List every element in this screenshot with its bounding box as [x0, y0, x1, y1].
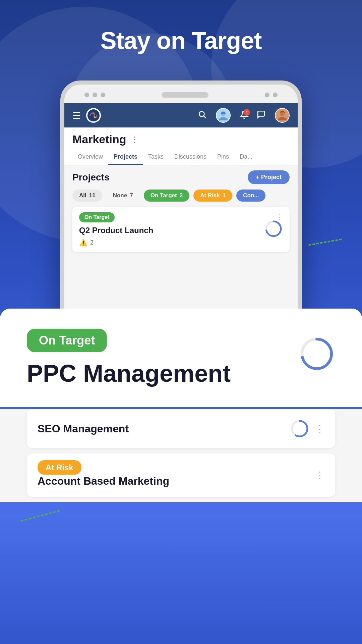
phone-dot-1 — [84, 93, 89, 97]
phone-dot-2 — [93, 93, 97, 97]
page-options-icon[interactable]: ⋮ — [130, 135, 138, 144]
project-1-warning: ⚠️ 2 — [79, 238, 283, 247]
phone-mockup: ☰ — [60, 80, 302, 342]
seo-progress — [290, 419, 310, 439]
projects-section: Projects + Project All 11 None 7 — [64, 165, 298, 261]
tab-projects[interactable]: Projects — [108, 150, 143, 165]
add-project-button[interactable]: + Project — [248, 170, 290, 184]
warning-count: 2 — [90, 239, 94, 246]
svg-line-4 — [204, 116, 205, 118]
seo-menu[interactable]: ⋮ — [315, 423, 324, 434]
page-header: Marketing ⋮ Overview Projects Tasks Disc… — [64, 127, 298, 165]
svg-point-0 — [87, 109, 100, 121]
abm-title: Account Based Marketing — [38, 475, 169, 487]
filter-at-risk[interactable]: At Risk 1 — [193, 190, 232, 202]
abm-status-badge: At Risk — [38, 460, 81, 475]
hamburger-menu-icon[interactable]: ☰ — [72, 110, 81, 121]
filter-more-label: Con... — [243, 192, 259, 199]
project-1-status: On Target — [79, 212, 115, 222]
tabs-bar: Overview Projects Tasks Discussions Pins… — [72, 150, 290, 165]
filter-at-risk-count: 1 — [223, 192, 226, 199]
phone-notch — [162, 92, 208, 98]
tab-tasks[interactable]: Tasks — [143, 150, 169, 165]
notification-bell[interactable]: 4 — [240, 110, 249, 120]
deco-line-left — [21, 510, 60, 522]
notification-count: 4 — [243, 109, 250, 116]
lower-status-badge: On Target — [27, 329, 107, 352]
filter-all[interactable]: All 11 — [72, 190, 102, 202]
project-1-title: Q2 Product Launch — [79, 226, 283, 235]
project-card-1: On Target ⋮ Q2 Product Launch ⚠️ 2 — [72, 207, 290, 252]
filter-pills: All 11 None 7 On Target 2 At Risk 1 — [72, 190, 290, 202]
chat-icon[interactable] — [257, 110, 265, 121]
list-item-seo: SEO Management ⋮ — [27, 409, 335, 448]
add-project-label: + Project — [256, 174, 282, 181]
filter-more[interactable]: Con... — [236, 190, 265, 202]
app-logo — [86, 108, 101, 123]
warning-icon: ⚠️ — [79, 238, 87, 247]
filter-none-label: None — [113, 192, 127, 199]
phone-dot-5 — [273, 93, 278, 97]
lower-section: On Target PPC Management — [0, 309, 362, 407]
tab-discussions[interactable]: Discussions — [169, 150, 212, 165]
filter-none-count: 7 — [130, 192, 133, 199]
filter-on-target-label: On Target — [150, 192, 177, 199]
tab-overview[interactable]: Overview — [72, 150, 108, 165]
lower-progress-circle — [298, 335, 335, 374]
filter-at-risk-label: At Risk — [200, 192, 220, 199]
phone-dot-4 — [265, 93, 269, 97]
search-icon[interactable] — [198, 110, 206, 121]
app-content: ☰ — [64, 103, 298, 338]
svg-point-1 — [93, 112, 95, 114]
filter-on-target-count: 2 — [180, 192, 183, 199]
filter-all-label: All — [79, 192, 86, 199]
phone-top-bar — [64, 90, 298, 100]
list-section: SEO Management ⋮ At Risk Account Based M… — [0, 409, 362, 502]
phone-dot-3 — [101, 93, 105, 97]
user-avatar-1[interactable] — [216, 108, 231, 123]
app-header: ☰ — [64, 103, 298, 127]
filter-all-count: 11 — [89, 192, 96, 199]
projects-section-title: Projects — [72, 172, 110, 183]
abm-menu[interactable]: ⋮ — [315, 470, 324, 481]
tab-dashboard[interactable]: Da... — [234, 150, 258, 165]
filter-on-target[interactable]: On Target 2 — [144, 190, 190, 202]
list-item-abm: At Risk Account Based Marketing ⋮ — [27, 453, 335, 497]
tab-pins[interactable]: Pins — [212, 150, 234, 165]
page-title: Marketing — [72, 133, 126, 146]
user-avatar-2[interactable] — [275, 108, 290, 123]
lower-project-title: PPC Management — [27, 360, 335, 387]
projects-header: Projects + Project — [72, 170, 290, 184]
hero-title: Stay on Target — [0, 27, 362, 54]
project-1-progress — [264, 219, 283, 238]
svg-point-3 — [199, 111, 204, 116]
seo-title: SEO Management — [38, 423, 129, 435]
filter-none[interactable]: None 7 — [106, 190, 140, 202]
deco-line-right — [308, 238, 342, 246]
svg-point-2 — [94, 116, 96, 118]
